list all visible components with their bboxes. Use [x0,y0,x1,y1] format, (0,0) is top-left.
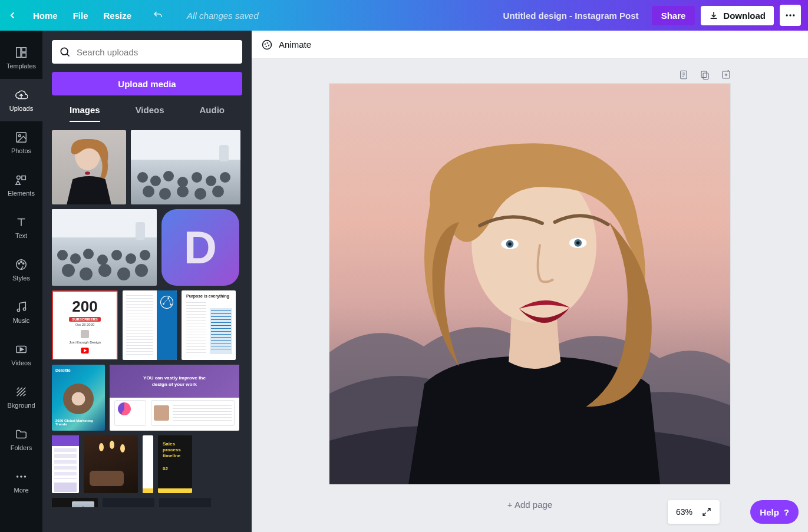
svg-point-46 [111,250,122,260]
upload-thumb[interactable]: Deloitte 2020 Global Marketing Trends [52,365,105,431]
sidebar-item-label: Styles [12,275,30,282]
upload-thumb[interactable] [84,435,138,493]
svg-point-2 [793,14,794,16]
uploads-gallery: D 200 SUBSCRIBERS Oct 28 2020 Just Enoug… [52,130,242,507]
svg-line-23 [67,54,70,57]
sidebar-item-elements[interactable]: Elements [0,164,42,206]
sidebar-item-label: Music [13,317,30,324]
svg-point-66 [263,40,272,49]
svg-point-38 [194,188,206,200]
background-icon [15,385,28,398]
context-toolbar: Animate [252,31,808,59]
sidebar-item-videos[interactable]: Videos [0,333,42,376]
svg-point-56 [161,296,173,309]
upload-thumb[interactable] [131,130,240,204]
animate-button[interactable]: Animate [261,39,311,51]
upload-thumb[interactable]: Real estatelistingpresentation [52,498,98,507]
search-wrap [52,40,242,64]
svg-marker-64 [75,506,91,507]
svg-point-51 [98,264,111,277]
upload-thumb[interactable] [52,435,79,493]
sidebar-item-templates[interactable]: Templates [0,37,42,79]
upload-thumb[interactable] [143,435,153,493]
tab-images[interactable]: Images [70,105,100,122]
sidebar-item-label: More [14,487,28,494]
sidebar-item-label: Elements [8,190,35,197]
svg-point-19 [17,475,19,478]
svg-point-29 [150,176,161,186]
svg-point-1 [789,14,791,16]
sidebar-item-label: Text [15,232,27,239]
svg-rect-70 [703,73,708,80]
upload-thumb[interactable]: Salesprocesstimeline 02 [158,435,192,493]
more-button[interactable] [780,5,801,26]
svg-point-34 [220,172,230,183]
animate-icon [261,39,273,51]
zoom-value[interactable]: 63% [676,507,692,517]
folders-icon [15,428,28,441]
sidebar-item-more[interactable]: More [0,461,42,503]
upload-thumb[interactable]: Purpose is everything [182,290,236,360]
svg-point-7 [18,134,21,137]
uploads-panel: Upload media Images Videos Audio [42,31,252,532]
more-icon [15,470,28,483]
upload-thumb[interactable] [52,209,157,286]
sidebar-item-folders[interactable]: Folders [0,418,42,461]
nav-file[interactable]: File [73,11,88,21]
help-button[interactable]: Help ? [750,500,799,524]
sidebar-item-styles[interactable]: Styles [0,249,42,291]
svg-point-49 [62,264,75,277]
svg-point-15 [17,309,19,311]
nav-home[interactable]: Home [33,11,58,21]
svg-point-16 [23,308,25,310]
upload-media-button[interactable]: Upload media [52,72,242,95]
upload-thumb[interactable] [123,290,177,360]
tab-audio[interactable]: Audio [200,105,225,122]
undo-icon[interactable] [153,10,163,21]
sidebar-item-photos[interactable]: Photos [0,121,42,164]
add-page-icon[interactable] [721,70,731,80]
save-status: All changes saved [187,11,259,21]
icon-sidebar: Templates Uploads Photos Elements Text S… [0,31,42,532]
design-canvas[interactable] [329,84,730,484]
upload-thumb[interactable]: YOU can vastly improve thedesign of your… [110,365,239,431]
nav-resize[interactable]: Resize [104,11,132,21]
search-input[interactable] [77,47,235,57]
help-label: Help [760,507,779,517]
svg-point-48 [140,250,150,260]
share-button[interactable]: Share [652,6,695,25]
upload-thumb[interactable] [103,498,154,507]
svg-point-67 [265,42,269,47]
back-icon[interactable] [7,10,18,21]
stage-scroll[interactable]: + Add page [252,59,808,532]
upload-thumb[interactable]: D [161,209,239,286]
svg-point-32 [192,172,202,183]
tab-videos[interactable]: Videos [136,105,164,122]
sidebar-item-label: Uploads [9,105,33,112]
upload-thumb[interactable] [52,130,126,204]
svg-point-13 [21,261,22,262]
add-page-button[interactable]: + Add page [252,484,808,532]
styles-icon [15,258,28,271]
sidebar-item-uploads[interactable]: Uploads [0,79,42,121]
upload-thumb[interactable]: 200 SUBSCRIBERS Oct 28 2020 Just Enough … [52,290,118,360]
svg-point-52 [117,267,130,280]
sidebar-item-text[interactable]: Text [0,206,42,249]
svg-point-0 [786,14,788,16]
notes-icon[interactable] [678,70,689,80]
fullscreen-icon[interactable] [702,507,711,517]
svg-point-61 [110,441,114,449]
top-bar: Home File Resize All changes saved Untit… [0,0,808,31]
download-icon [709,11,718,20]
download-button[interactable]: Download [701,6,774,25]
svg-point-33 [206,176,216,186]
svg-point-37 [177,186,189,197]
duplicate-page-icon[interactable] [700,70,710,80]
svg-rect-63 [90,471,124,486]
svg-point-47 [126,253,136,264]
document-title[interactable]: Untitled design - Instagram Post [503,11,639,21]
sidebar-item-bkground[interactable]: Bkground [0,376,42,418]
svg-point-35 [143,186,154,197]
upload-thumb[interactable] [159,498,211,507]
sidebar-item-music[interactable]: Music [0,291,42,333]
